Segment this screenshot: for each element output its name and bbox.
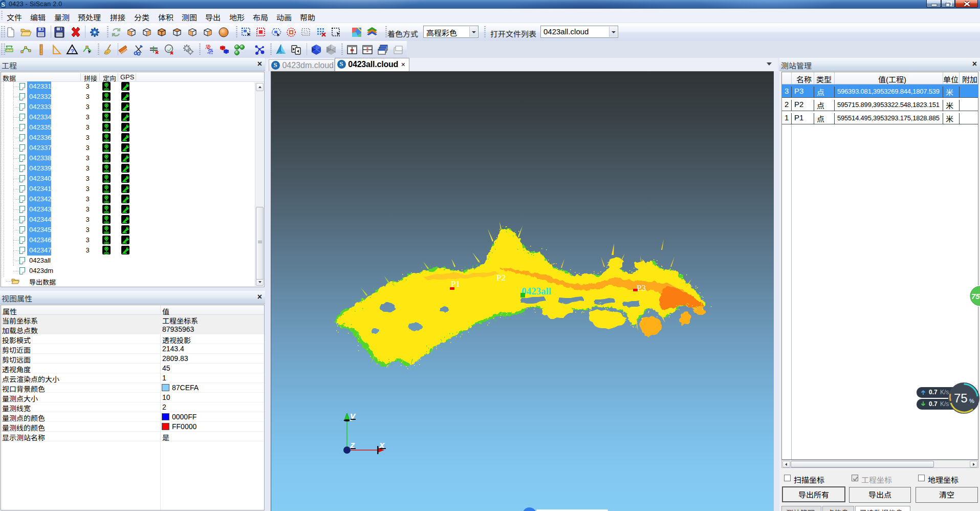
svg-text:?: ? bbox=[71, 48, 74, 54]
svg-text:%: % bbox=[969, 398, 974, 404]
svg-text:S: S bbox=[2, 1, 5, 8]
svg-text:75: 75 bbox=[954, 391, 968, 405]
svg-text:75: 75 bbox=[971, 292, 980, 301]
